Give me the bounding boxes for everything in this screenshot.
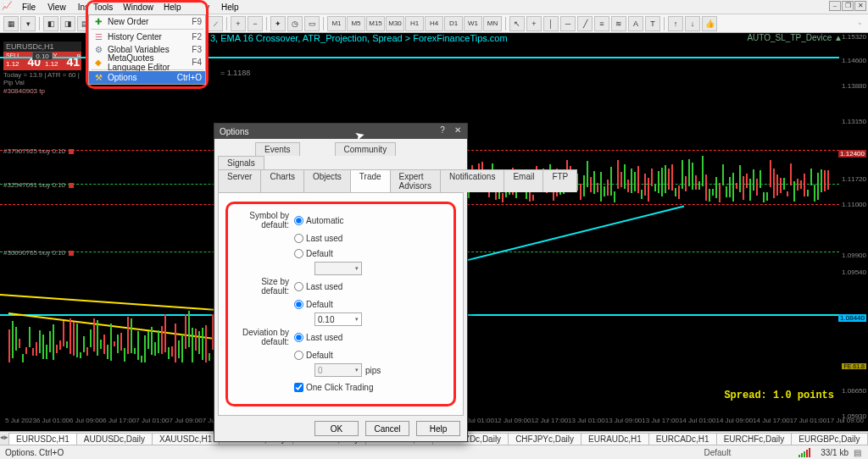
period-H4[interactable]: H4 xyxy=(425,16,443,31)
time-tick: 6 Jul 09:00 xyxy=(70,417,103,427)
menu-tools-open[interactable]: Tools xyxy=(88,3,118,14)
one-click-panel: EURUSDc,H1 1.12430 1.12432 1.12455 0.10 … xyxy=(3,41,81,95)
symbol-tab[interactable]: AUDUSDc,Daily xyxy=(76,433,153,445)
menu-history-center[interactable]: ☰ History Center F2 xyxy=(89,30,205,43)
symbol-automatic-radio[interactable]: Automatic xyxy=(294,216,343,225)
tab-objects[interactable]: Objects xyxy=(303,169,351,192)
close-button[interactable]: ✕ xyxy=(854,1,866,11)
vline-tool[interactable]: │ xyxy=(543,16,559,31)
period-H1[interactable]: H1 xyxy=(405,16,424,31)
help-button[interactable]: Help xyxy=(416,421,460,436)
menu-options[interactable]: ⚒ Options Ctrl+O xyxy=(89,71,205,84)
tab-trade[interactable]: Trade xyxy=(350,169,391,192)
market-watch-button[interactable]: ◧ xyxy=(43,16,58,31)
time-tick: 17 Jul 01:00 xyxy=(790,417,827,427)
tab-community[interactable]: Community xyxy=(335,142,397,156)
menu-window-vis[interactable]: Window xyxy=(118,3,159,14)
globals-icon: ⚙ xyxy=(92,45,104,54)
price-tick: 1.14600 xyxy=(842,57,866,64)
period-M30[interactable]: M30 xyxy=(386,16,404,31)
period-M15[interactable]: M15 xyxy=(366,16,385,31)
channel-tool[interactable]: ≡ xyxy=(594,16,609,31)
dev-default-radio[interactable]: Default xyxy=(294,351,333,360)
symbol-default-combo[interactable]: ▾ xyxy=(314,262,362,275)
symbol-tab[interactable]: EURCADc,H1 xyxy=(648,433,717,445)
dialog-help-icon[interactable]: ? xyxy=(437,125,448,135)
dev-lastused-radio[interactable]: Last used xyxy=(294,333,342,342)
period-MN[interactable]: MN xyxy=(483,16,502,31)
symbol-tab[interactable]: EURAUDc,H1 xyxy=(581,433,649,445)
hline-tool[interactable]: ─ xyxy=(560,16,576,31)
trendline-tool[interactable]: ╱ xyxy=(577,16,593,31)
period-M5[interactable]: M5 xyxy=(347,16,365,31)
zoom-out-button[interactable]: − xyxy=(248,16,263,31)
price-tick: 1.09900 xyxy=(842,252,866,259)
symbol-lastused-radio[interactable]: Last used xyxy=(294,234,342,243)
menu-file[interactable]: File xyxy=(16,2,42,13)
fibo-tool[interactable]: ≋ xyxy=(611,16,626,31)
menu-mql-editor[interactable]: ◆ MetaQuotes Language Editor F4 xyxy=(89,56,205,69)
tab-email[interactable]: Email xyxy=(504,169,543,192)
zoom-in-button[interactable]: + xyxy=(231,16,246,31)
tab-expert-advisors[interactable]: Expert Advisors xyxy=(390,169,441,192)
menu-view[interactable]: View xyxy=(42,2,72,13)
tab-notifications[interactable]: Notifications xyxy=(440,169,504,192)
app-icon: 📈 xyxy=(2,1,14,13)
dialog-close-icon[interactable]: ✕ xyxy=(452,125,464,137)
menu-new-order[interactable]: ✚ New Order F9 xyxy=(89,15,205,28)
one-click-checkbox[interactable]: One Click Trading xyxy=(294,383,373,392)
minimize-button[interactable]: – xyxy=(829,1,841,11)
dialog-titlebar[interactable]: Options ? ✕ xyxy=(214,124,467,139)
trade-marker: #30690765 buy 0.10 xyxy=(3,249,74,257)
price-tick: 1.11720 xyxy=(842,175,866,183)
tab-ftp[interactable]: FTP xyxy=(542,169,577,192)
text-tool[interactable]: A xyxy=(628,16,643,31)
ok-button[interactable]: OK xyxy=(314,421,359,436)
templates-button[interactable]: ▭ xyxy=(304,16,320,31)
deviation-combo[interactable]: 0▾ xyxy=(314,363,362,377)
tab-charts[interactable]: Charts xyxy=(260,169,303,192)
line-button[interactable]: ⟋ xyxy=(208,16,223,31)
tab-signals[interactable]: Signals xyxy=(218,156,264,169)
cursor-tool[interactable]: ↖ xyxy=(509,16,525,31)
new-chart-button[interactable]: ▦ xyxy=(3,16,19,31)
profiles-button[interactable]: ▾ xyxy=(20,16,36,31)
size-lastused-radio[interactable]: Last used xyxy=(294,282,342,291)
symbol-tab[interactable]: EURGBPc,Daily xyxy=(791,433,867,445)
price-tick: 1.15320 xyxy=(842,33,866,41)
period-D1[interactable]: D1 xyxy=(444,16,463,31)
menu-help[interactable]: Help xyxy=(215,2,245,13)
symbol-tab[interactable]: CHFJPYc,Daily xyxy=(508,433,581,445)
thumb-tool[interactable]: 👍 xyxy=(702,16,717,31)
symbol-default-radio[interactable]: Default xyxy=(294,249,333,258)
lot-size-input[interactable]: 0.10 xyxy=(32,52,53,60)
cancel-button[interactable]: Cancel xyxy=(365,421,409,436)
spread-label: Spread: 1.0 points xyxy=(724,390,834,401)
indicators-button[interactable]: ✦ xyxy=(270,16,286,31)
size-default-combo[interactable]: 0.10▾ xyxy=(314,312,362,326)
periods-button[interactable]: ◷ xyxy=(287,16,303,31)
menu-help-vis[interactable]: Help xyxy=(159,3,186,14)
price-tick: 1.13880 xyxy=(842,82,866,90)
period-M1[interactable]: M1 xyxy=(327,16,346,31)
price-axis: 1.153201.146001.138801.131501.124001.117… xyxy=(839,33,868,431)
chart-stats: Today = 13.9 | ATR = 60 | Pip Val xyxy=(3,70,81,86)
symbol-tab[interactable]: EURUSDc,H1 xyxy=(8,433,77,445)
maximize-button[interactable]: ❐ xyxy=(842,1,854,11)
period-W1[interactable]: W1 xyxy=(464,16,482,31)
navigator-button[interactable]: ◨ xyxy=(60,16,75,31)
status-traffic: 33/1 kb xyxy=(821,448,849,457)
arrow-down-tool[interactable]: ↓ xyxy=(685,16,700,31)
label-tool[interactable]: T xyxy=(645,16,660,31)
price-tick: 1.13150 xyxy=(842,118,866,125)
symbol-tab[interactable]: XAUUSDc,H1 xyxy=(152,433,220,445)
time-tick: 5 Jul 2023 xyxy=(5,417,36,427)
status-menu-icon[interactable]: ▤ xyxy=(854,448,861,457)
size-default-radio[interactable]: Default xyxy=(294,300,333,309)
dialog-title: Options xyxy=(220,127,248,136)
symbol-tab[interactable]: EURCHFc,Daily xyxy=(716,433,793,445)
crosshair-tool[interactable]: + xyxy=(526,16,542,31)
tab-events[interactable]: Events xyxy=(255,142,300,156)
arrow-up-tool[interactable]: ↑ xyxy=(668,16,683,31)
tab-server[interactable]: Server xyxy=(218,169,261,192)
